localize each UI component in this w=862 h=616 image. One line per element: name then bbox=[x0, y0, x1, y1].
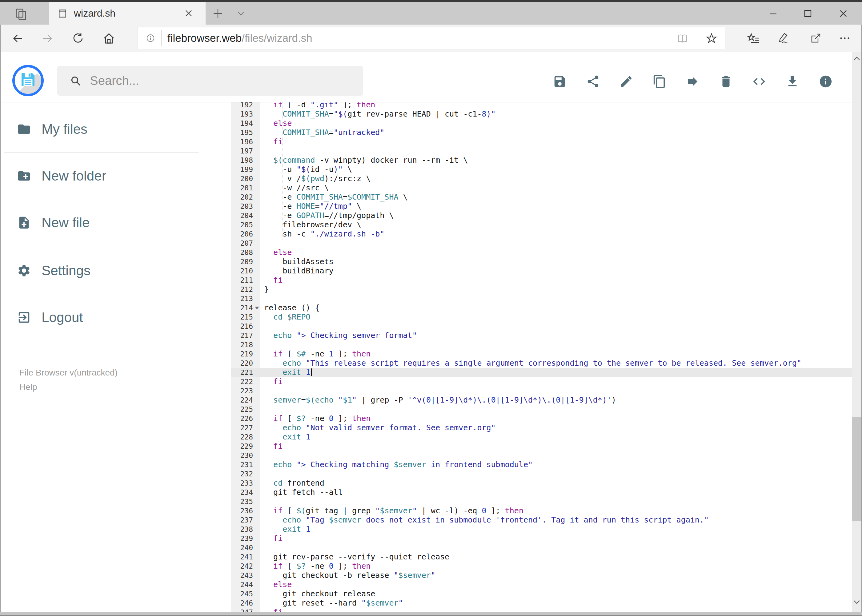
code-text[interactable]: cd $REPO bbox=[264, 313, 310, 322]
code-text[interactable]: $(command -v winpty) docker run --rm -it… bbox=[264, 156, 468, 165]
scroll-up-icon[interactable] bbox=[853, 56, 861, 61]
save-button[interactable] bbox=[553, 74, 567, 89]
code-line[interactable]: 208 else bbox=[231, 248, 852, 257]
code-text[interactable]: cd frontend bbox=[264, 479, 325, 488]
code-line[interactable]: 230 bbox=[231, 451, 852, 460]
browser-tab[interactable]: wizard.sh bbox=[49, 2, 206, 25]
code-text[interactable]: COMMIT_SHA="untracked" bbox=[264, 128, 385, 137]
scrollbar-thumb[interactable] bbox=[852, 417, 861, 521]
code-text[interactable]: echo "Tag $semver does not exist in subm… bbox=[264, 515, 709, 525]
code-line[interactable]: 197 bbox=[231, 146, 852, 156]
code-text[interactable]: echo "> Checking matching $semver in fro… bbox=[264, 460, 533, 469]
code-line[interactable]: 243 git checkout -b release "$semver" bbox=[231, 571, 852, 580]
code-line[interactable]: 193 COMMIT_SHA="$(git rev-parse HEAD | c… bbox=[231, 110, 852, 119]
move-button[interactable] bbox=[686, 74, 700, 89]
code-line[interactable]: 206 sh -c "./wizard.sh -b" bbox=[231, 229, 852, 239]
code-text[interactable]: else bbox=[264, 248, 292, 257]
code-text[interactable]: } bbox=[264, 285, 269, 294]
code-line[interactable]: 225 bbox=[231, 405, 852, 414]
code-text[interactable]: sh -c "./wizard.sh -b" bbox=[264, 229, 385, 239]
info-button[interactable] bbox=[819, 74, 833, 89]
code-text[interactable]: -e COMMIT_SHA=$COMMIT_SHA \ bbox=[264, 193, 408, 202]
code-line[interactable]: 228 exit 1 bbox=[231, 432, 852, 442]
code-line[interactable]: 219 if [ $# -ne 1 ]; then bbox=[231, 349, 852, 358]
filebrowser-logo[interactable] bbox=[12, 65, 44, 96]
site-info-icon[interactable] bbox=[145, 32, 156, 44]
code-line[interactable]: 226 if [ $? -ne 0 ]; then bbox=[231, 414, 852, 423]
code-text[interactable]: git checkout -b release "$semver" bbox=[264, 571, 435, 580]
share-button[interactable] bbox=[586, 74, 600, 89]
code-line[interactable]: 240 bbox=[231, 543, 852, 552]
code-line[interactable]: 246 git reset --hard "$semver" bbox=[231, 599, 852, 608]
code-text[interactable]: buildBinary bbox=[264, 266, 334, 275]
back-icon[interactable] bbox=[11, 32, 25, 45]
minimize-button[interactable] bbox=[766, 7, 780, 20]
code-line[interactable]: 221 exit 1 bbox=[231, 368, 852, 377]
code-text[interactable]: echo "> Checking semver format" bbox=[264, 331, 417, 340]
copy-button[interactable] bbox=[652, 74, 667, 89]
code-line[interactable]: 216 bbox=[231, 322, 852, 331]
search-bar[interactable] bbox=[57, 66, 363, 96]
code-line[interactable]: 231 echo "> Checking matching $semver in… bbox=[231, 460, 852, 469]
share-icon[interactable] bbox=[809, 31, 822, 45]
code-line[interactable]: 217 echo "> Checking semver format" bbox=[231, 331, 852, 340]
code-line[interactable]: 194 else bbox=[231, 119, 852, 128]
code-text[interactable]: buildAssets bbox=[264, 257, 334, 266]
add-favorite-star-icon[interactable] bbox=[705, 32, 718, 45]
new-tab-icon[interactable] bbox=[212, 8, 224, 19]
code-text[interactable]: else bbox=[264, 580, 292, 589]
code-text[interactable]: else bbox=[264, 119, 292, 128]
code-text[interactable]: if [ -d ".git" ]; then bbox=[264, 102, 375, 110]
code-text[interactable]: fi bbox=[264, 534, 282, 543]
code-line[interactable]: 222 fi bbox=[231, 377, 852, 386]
code-text[interactable]: git checkout release bbox=[264, 589, 375, 599]
code-line[interactable]: 196 fi bbox=[231, 137, 852, 146]
code-line[interactable]: 211 fi bbox=[231, 275, 852, 285]
reading-view-icon[interactable] bbox=[676, 32, 689, 46]
code-line[interactable]: 220 echo "This release script requires a… bbox=[231, 358, 852, 368]
code-text[interactable]: -u "$(id -u)" \ bbox=[264, 165, 352, 174]
home-icon[interactable] bbox=[102, 32, 116, 45]
code-line[interactable]: 195 COMMIT_SHA="untracked" bbox=[231, 128, 852, 137]
code-line[interactable]: 201 -w //src \ bbox=[231, 183, 852, 193]
code-button[interactable] bbox=[752, 74, 766, 89]
code-line[interactable]: 218 bbox=[231, 340, 852, 349]
code-text[interactable]: release () { bbox=[264, 303, 320, 313]
favorites-hub-icon[interactable] bbox=[747, 31, 760, 45]
code-text[interactable]: fi bbox=[264, 377, 282, 386]
delete-button[interactable] bbox=[719, 74, 733, 89]
code-text[interactable]: echo "Not valid semver format. See semve… bbox=[264, 423, 496, 432]
page-scrollbar[interactable] bbox=[852, 52, 861, 612]
code-line[interactable]: 232 bbox=[231, 469, 852, 479]
code-text[interactable]: -w //src \ bbox=[264, 183, 329, 193]
code-text[interactable]: fi bbox=[264, 275, 282, 285]
code-text[interactable]: COMMIT_SHA="$(git rev-parse HEAD | cut -… bbox=[264, 110, 496, 119]
code-line[interactable]: 214release () { bbox=[231, 303, 852, 313]
code-line[interactable]: 209 buildAssets bbox=[231, 257, 852, 266]
sidebar-item-settings[interactable]: Settings bbox=[0, 255, 199, 286]
code-line[interactable]: 192 if [ -d ".git" ]; then bbox=[231, 102, 852, 110]
code-line[interactable]: 203 -e HOME="//tmp" \ bbox=[231, 202, 852, 211]
code-text[interactable]: fi bbox=[264, 442, 282, 451]
code-line[interactable]: 224 semver=$(echo "$1" | grep -P '^v(0|[… bbox=[231, 396, 852, 405]
code-text[interactable]: exit 1 bbox=[264, 525, 310, 534]
forward-icon[interactable] bbox=[41, 32, 54, 45]
sidebar-item-logout[interactable]: Logout bbox=[0, 302, 199, 333]
scroll-down-icon[interactable] bbox=[853, 599, 861, 605]
address-bar[interactable]: filebrowser.web/files/wizard.sh bbox=[137, 27, 725, 49]
code-line[interactable]: 229 fi bbox=[231, 442, 852, 451]
web-notes-pen-icon[interactable] bbox=[776, 31, 790, 45]
code-text[interactable]: filebrowser/dev \ bbox=[264, 220, 361, 229]
code-line[interactable]: 244 else bbox=[231, 580, 852, 589]
code-line[interactable]: 200 -v /$(pwd):/src:z \ bbox=[231, 174, 852, 183]
code-line[interactable]: 223 bbox=[231, 386, 852, 396]
code-line[interactable]: 237 echo "Tag $semver does not exist in … bbox=[231, 515, 852, 525]
code-line[interactable]: 202 -e COMMIT_SHA=$COMMIT_SHA \ bbox=[231, 193, 852, 202]
code-line[interactable]: 236 if [ $(git tag | grep "$semver" | wc… bbox=[231, 506, 852, 515]
code-text[interactable]: exit 1 bbox=[264, 368, 312, 377]
code-line[interactable]: 205 filebrowser/dev \ bbox=[231, 220, 852, 229]
edit-button[interactable] bbox=[619, 74, 633, 89]
code-line[interactable]: 204 -e GOPATH=//tmp/gopath \ bbox=[231, 211, 852, 220]
code-text[interactable]: if [ $# -ne 1 ]; then bbox=[264, 349, 370, 358]
refresh-icon[interactable] bbox=[71, 32, 85, 45]
